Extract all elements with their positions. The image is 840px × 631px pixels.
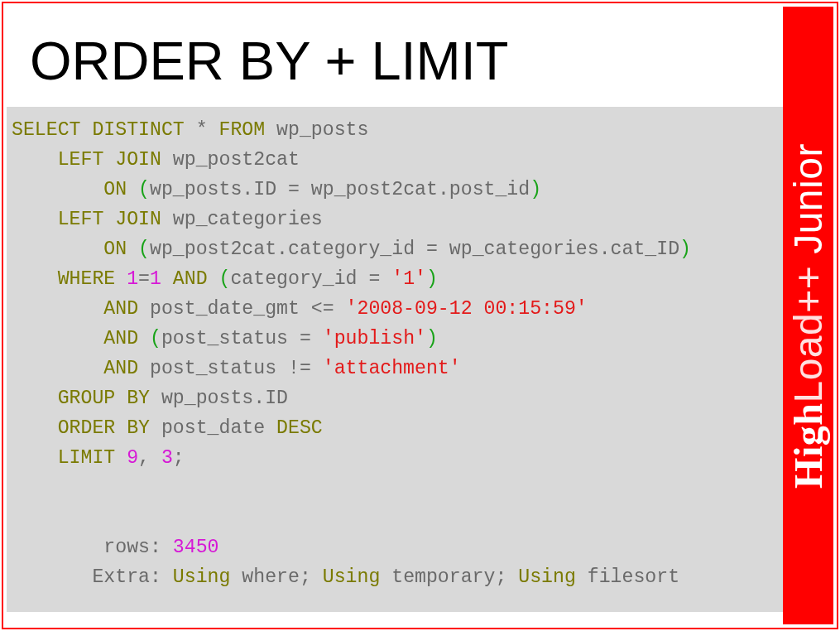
kw-on: ON <box>103 238 127 260</box>
kw-where: WHERE <box>58 268 116 290</box>
kw-limit: LIMIT <box>58 447 116 469</box>
cond: category_id = <box>230 268 391 290</box>
num: 1 <box>127 268 138 290</box>
col: post_date <box>150 417 276 439</box>
code-line-10: GROUP BY wp_posts.ID <box>12 388 288 409</box>
kw-and: AND <box>173 268 208 290</box>
kw-group: GROUP <box>58 388 116 409</box>
code-line-5: ON (wp_post2cat.category_id = wp_categor… <box>12 238 691 260</box>
extra-label: Extra: <box>92 566 172 588</box>
num: 3 <box>161 447 173 469</box>
paren-close: ) <box>530 179 541 200</box>
code-line-1: SELECT DISTINCT * FROM wp_posts <box>12 119 368 141</box>
code-line-2: LEFT JOIN wp_post2cat <box>12 149 300 171</box>
col: wp_posts.ID <box>150 388 288 409</box>
string-literal: 'attachment' <box>323 358 461 379</box>
string-literal: '1' <box>391 268 426 290</box>
brand-light2: Junior <box>786 143 830 266</box>
kw-and: AND <box>103 358 138 379</box>
code-line-3: ON (wp_posts.ID = wp_post2cat.post_id) <box>12 179 541 200</box>
code-line-12: LIMIT 9, 3; <box>12 447 185 469</box>
table-name: wp_post2cat <box>161 149 300 171</box>
slide-title: ORDER BY + LIMIT <box>7 7 790 107</box>
code-line-6: WHERE 1=1 AND (category_id = '1') <box>12 268 438 290</box>
num: 1 <box>150 268 161 290</box>
string-literal: 'publish' <box>323 328 426 349</box>
join-cond: wp_post2cat.category_id = wp_categories.… <box>150 238 679 260</box>
extra-text: where; <box>230 566 322 588</box>
paren-close: ) <box>426 328 438 349</box>
kw-left: LEFT <box>58 209 104 230</box>
string-literal: '2008-09-12 00:15:59' <box>346 298 588 320</box>
kw-and: AND <box>103 298 138 320</box>
code-line-15: rows: 3450 <box>12 537 218 558</box>
comma: , <box>138 447 161 469</box>
brand-bold: High <box>786 402 830 488</box>
kw-join: JOIN <box>115 149 161 171</box>
eq: = <box>138 268 150 290</box>
star: * <box>185 119 219 141</box>
sidebar-brand-text: HighLoad++ Junior <box>785 143 831 489</box>
kw-using: Using <box>518 566 576 588</box>
extra-text: filesort <box>576 566 679 588</box>
paren-close: ) <box>679 238 691 260</box>
code-line-4: LEFT JOIN wp_categories <box>12 209 323 230</box>
kw-left: LEFT <box>58 149 104 171</box>
cond: post_status != <box>138 358 323 379</box>
paren-open: ( <box>150 328 161 349</box>
paren-open: ( <box>138 238 150 260</box>
slide-frame: ORDER BY + LIMIT SELECT DISTINCT * FROM … <box>2 2 838 629</box>
kw-from: FROM <box>219 119 266 141</box>
table-name: wp_categories <box>161 209 323 230</box>
code-line-9: AND post_status != 'attachment' <box>12 358 461 379</box>
code-line-7: AND post_date_gmt <= '2008-09-12 00:15:5… <box>12 298 588 320</box>
rows-value: 3450 <box>173 537 219 558</box>
paren-open: ( <box>138 179 150 200</box>
kw-using: Using <box>323 566 381 588</box>
kw-select: SELECT <box>12 119 81 141</box>
kw-on: ON <box>103 179 127 200</box>
table-name: wp_posts <box>265 119 368 141</box>
kw-by: BY <box>127 388 150 409</box>
kw-desc: DESC <box>276 417 323 439</box>
cond: post_date_gmt <= <box>138 298 345 320</box>
kw-distinct: DISTINCT <box>92 119 184 141</box>
kw-and: AND <box>103 328 138 349</box>
num: 9 <box>127 447 138 469</box>
brand-light1: Load++ <box>786 265 830 402</box>
kw-using: Using <box>173 566 231 588</box>
code-line-11: ORDER BY post_date DESC <box>12 417 323 439</box>
sidebar-brand: HighLoad++ Junior <box>783 7 833 624</box>
paren-close: ) <box>426 268 438 290</box>
code-line-16: Extra: Using where; Using temporary; Usi… <box>12 566 679 588</box>
rows-label: rows: <box>92 537 172 558</box>
semicolon: ; <box>173 447 185 469</box>
paren-open: ( <box>219 268 231 290</box>
extra-text: temporary; <box>380 566 518 588</box>
cond: post_status = <box>161 328 323 349</box>
sql-code-block: SELECT DISTINCT * FROM wp_posts LEFT JOI… <box>7 107 790 612</box>
slide-content: ORDER BY + LIMIT SELECT DISTINCT * FROM … <box>7 7 790 624</box>
kw-join: JOIN <box>115 209 161 230</box>
kw-order: ORDER <box>58 417 116 439</box>
code-line-8: AND (post_status = 'publish') <box>12 328 438 349</box>
join-cond: wp_posts.ID = wp_post2cat.post_id <box>150 179 530 200</box>
kw-by: BY <box>127 417 150 439</box>
